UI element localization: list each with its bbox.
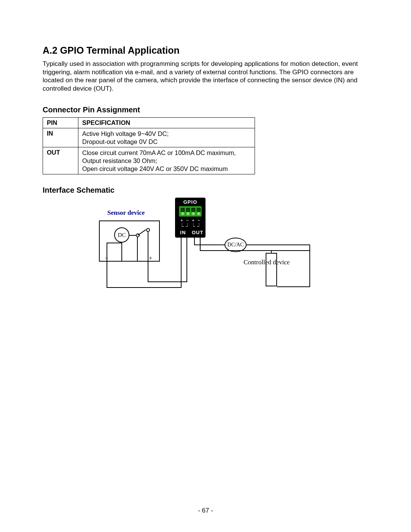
plus-sign: + [180, 218, 183, 223]
intro-paragraph: Typically used in association with progr… [43, 60, 368, 93]
gpio-polarity-row: + − + − ⎿ ⏌ ⎿ ⏌ [175, 218, 206, 227]
wire [121, 243, 122, 262]
wire [271, 250, 272, 253]
minus-sign: − [105, 255, 108, 262]
bracket-icon: ⏌ [186, 223, 190, 227]
sensor-device-label: Sensor device [107, 209, 145, 217]
wire [148, 262, 148, 281]
wire [247, 244, 310, 245]
wire [262, 257, 266, 257]
bracket-icon: ⏌ [197, 223, 201, 227]
gpio-out-label: OUT [190, 230, 205, 235]
wire [181, 238, 182, 287]
spec-line: Close circuit current 70mA AC or 100mA D… [82, 149, 252, 165]
section-heading: A.2 GPIO Terminal Application [43, 45, 368, 56]
spec-line: Open circuit voltage 240V AC or 350V DC … [82, 165, 252, 173]
spec-cell: Close circuit current 70mA AC or 100mA D… [78, 147, 255, 174]
wire [107, 287, 182, 288]
wire [277, 286, 310, 287]
wire [107, 243, 122, 243]
spec-cell: Active High voltage 9~40V DC; Dropout-ou… [78, 128, 255, 147]
pin-cell: OUT [43, 147, 78, 174]
minus-sign: − [186, 218, 189, 223]
wire [148, 232, 148, 262]
bracket-icon: ⎿ [180, 223, 184, 227]
spec-line: Dropout-out voltage 0V DC [82, 138, 252, 146]
wire [194, 244, 225, 245]
dc-source-icon: DC [114, 227, 129, 243]
wire [309, 250, 310, 251]
pin-assignment-table: PIN SPECIFICATION IN Active High voltage… [43, 117, 255, 174]
plus-sign: + [192, 218, 195, 223]
gpio-in-out-row: INOUT [175, 230, 206, 235]
minus-sign: − [198, 218, 201, 223]
plus-sign: + [149, 255, 152, 262]
schematic-heading: Interface Schematic [43, 186, 368, 195]
pin-cell: IN [43, 128, 78, 147]
wire [148, 281, 187, 282]
wire [186, 238, 187, 281]
wire [194, 238, 195, 245]
dcac-source-icon: DC/AC [225, 238, 247, 252]
gpio-terminal-block-icon [179, 206, 202, 217]
controlled-device-label: Controlled device [244, 259, 290, 266]
table-row: OUT Close circuit current 70mA AC or 100… [43, 147, 255, 174]
wire [200, 250, 310, 251]
table-header-pin: PIN [43, 118, 78, 128]
bracket-icon: ⎿ [191, 223, 195, 227]
gpio-in-label: IN [176, 230, 190, 235]
table-row: IN Active High voltage 9~40V DC; Dropout… [43, 128, 255, 147]
pin-assignment-heading: Connector Pin Assignment [43, 105, 368, 114]
page-number: - 67 - [0, 507, 411, 514]
interface-schematic: GPIO + − + − [99, 198, 312, 295]
table-header-spec: SPECIFICATION [78, 118, 255, 128]
wire [277, 257, 283, 257]
gpio-module-icon: GPIO + − + − [175, 198, 206, 238]
wire [137, 237, 138, 262]
gpio-title: GPIO [175, 199, 206, 205]
controlled-device-box-icon [266, 253, 277, 286]
spec-line: Active High voltage 9~40V DC; [82, 130, 252, 138]
wire [107, 262, 107, 288]
